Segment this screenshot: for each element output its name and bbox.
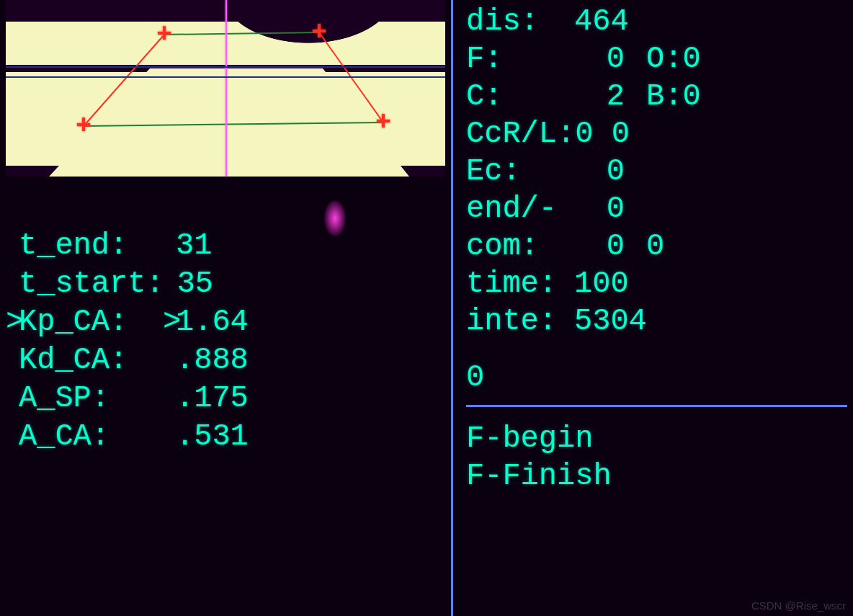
readout-value: 0 <box>574 190 646 228</box>
param-label: t_end: <box>19 227 163 265</box>
selector-icon: > <box>163 303 176 342</box>
readout-row-f: F:0O:0 <box>466 40 847 78</box>
selector-icon <box>6 380 19 418</box>
param-value: .888 <box>176 342 249 380</box>
param-row-aca[interactable]: A_CA: .531 <box>6 418 451 456</box>
readout-label: dis: <box>466 3 574 40</box>
selector-icon <box>164 265 177 303</box>
readout-label: C: <box>466 78 574 115</box>
param-row-asp[interactable]: A_SP: .175 <box>6 380 451 418</box>
readout-row-com: com:00 <box>466 228 847 265</box>
readout-value: 0 <box>574 40 646 78</box>
readout-row-c: C:2B:0 <box>466 78 847 115</box>
readout-row-end: end/-0 <box>466 190 847 228</box>
track-marker-1: + <box>311 18 327 48</box>
readout-value: 2 <box>574 78 646 115</box>
selector-icon <box>163 418 176 456</box>
readout-row-time: time:100 <box>466 265 847 303</box>
artifact-blob <box>324 200 346 236</box>
horizon-line-2 <box>6 76 445 78</box>
readout-value: 5304 <box>574 303 669 340</box>
center-line <box>225 0 227 177</box>
selector-icon <box>6 342 19 380</box>
param-label: t_start: <box>19 265 164 303</box>
param-row-kpca[interactable]: >Kp_CA:> 1.64 <box>6 303 451 342</box>
param-row-tend[interactable]: t_end: 31 <box>6 227 451 265</box>
left-panel: ++++ t_end: 31 t_start: 35>Kp_CA:> 1.64 … <box>0 0 451 616</box>
param-value: 31 <box>176 227 212 265</box>
param-value: .531 <box>176 418 249 456</box>
selector-icon <box>6 265 19 303</box>
readout-label: inte: <box>466 303 574 340</box>
selector-icon <box>163 227 176 265</box>
readout-value: 0 0 <box>575 115 651 153</box>
param-label: A_CA: <box>19 418 163 456</box>
readout-extra: 0 <box>646 228 664 265</box>
selector-icon <box>163 380 176 418</box>
status-line-2: F-Finish <box>466 457 847 495</box>
svg-line-2 <box>164 32 319 35</box>
readout-row-ec: Ec:0 <box>466 153 847 190</box>
horizon-line-1 <box>6 66 445 68</box>
standalone-value: 0 <box>466 359 847 396</box>
selector-icon: > <box>6 303 19 342</box>
readout-value: 0 <box>574 228 646 265</box>
readout-row-ccrl: CcR/L:0 0 <box>466 115 847 153</box>
watermark: CSDN @Rise_wscr <box>751 599 846 612</box>
readout-label: com: <box>466 228 574 265</box>
readout-label: end/- <box>466 190 574 228</box>
divider <box>466 405 847 407</box>
selector-icon <box>6 418 19 456</box>
readout-row-dis: dis:464 <box>466 3 847 40</box>
status-line-1: F-begin <box>466 420 847 457</box>
readout-row-inte: inte:5304 <box>466 303 847 340</box>
camera-view: ++++ <box>6 0 445 177</box>
readout-value: 464 <box>574 3 651 40</box>
param-label: Kp_CA: <box>19 303 163 342</box>
track-marker-2: + <box>76 112 91 141</box>
param-value: 35 <box>177 265 213 303</box>
param-value: 1.64 <box>176 303 249 342</box>
param-row-tstart[interactable]: t_start: 35 <box>6 265 451 303</box>
track-marker-3: + <box>375 108 391 138</box>
param-label: Kd_CA: <box>19 342 163 380</box>
readout-extra: B:0 <box>646 78 701 115</box>
selector-icon <box>163 342 176 380</box>
param-label: A_SP: <box>19 380 163 418</box>
readout-value: 0 <box>574 153 646 190</box>
readout-label: F: <box>466 40 574 78</box>
readout-extra: O:0 <box>646 40 701 78</box>
track-marker-0: + <box>156 20 172 50</box>
readout-value: 100 <box>574 265 651 303</box>
right-panel: dis:464F:0O:0C:2B:0CcR/L:0 0Ec:0end/-0co… <box>451 0 853 616</box>
param-row-kdca[interactable]: Kd_CA: .888 <box>6 342 451 380</box>
param-value: .175 <box>176 380 249 418</box>
readout-label: time: <box>466 265 574 303</box>
readout-label: CcR/L: <box>466 115 575 153</box>
readout-label: Ec: <box>466 153 574 190</box>
selector-icon <box>6 227 19 265</box>
